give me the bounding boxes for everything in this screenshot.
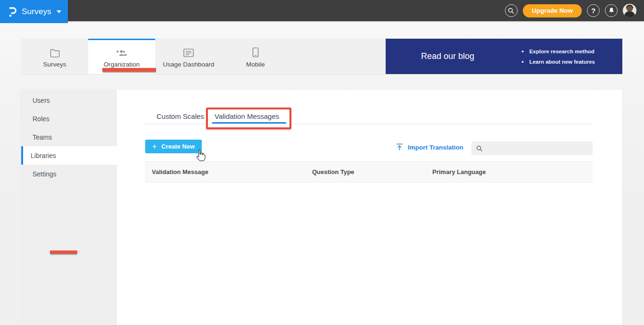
user-avatar[interactable] [623, 4, 636, 17]
promo-bullet-list: Explore research method Learn about new … [521, 48, 595, 65]
search-icon [476, 145, 483, 152]
plus-icon: + [152, 142, 157, 151]
table-header-row: Validation Message Question Type Primary… [145, 161, 593, 183]
folder-icon [50, 46, 60, 58]
annotation-underline-organization [102, 68, 156, 72]
search-icon[interactable] [505, 4, 518, 17]
import-upload-icon [396, 143, 403, 151]
product-switcher[interactable]: Surveys [0, 0, 68, 23]
column-validation-message: Validation Message [152, 168, 312, 175]
sidebar-item-users[interactable]: Users [21, 91, 117, 109]
nav-tab-usage-dashboard[interactable]: Usage Dashboard [155, 39, 222, 74]
sidebar-item-roles[interactable]: Roles [21, 109, 117, 128]
promo-bullet: Learn about new features [521, 58, 595, 65]
organization-panel: Users Roles Teams Libraries Settings Cus… [21, 90, 622, 325]
help-icon[interactable]: ? [587, 4, 600, 17]
search-input[interactable] [487, 145, 586, 152]
dashboard-icon [183, 46, 194, 58]
mobile-icon [252, 46, 259, 58]
sidebar-item-settings[interactable]: Settings [21, 165, 117, 183]
top-bar: Upgrade Now ? [0, 0, 644, 21]
sidebar-item-libraries[interactable]: Libraries [21, 146, 117, 165]
blog-promo-banner[interactable]: Read our blog Explore research method Le… [386, 39, 622, 74]
mouse-cursor-pointer [195, 149, 206, 162]
upgrade-now-button[interactable]: Upgrade Now [523, 4, 582, 17]
create-new-button[interactable]: + Create New [145, 140, 202, 153]
table-search-box[interactable] [471, 142, 593, 155]
promo-bullet: Explore research method [521, 48, 595, 55]
sidebar-item-teams[interactable]: Teams [21, 128, 117, 146]
column-question-type: Question Type [312, 168, 432, 175]
annotation-underline-libraries [50, 250, 77, 254]
magnifier-glyph [508, 8, 514, 14]
avatar-shoulders [624, 11, 635, 17]
brand-label: Surveys [22, 7, 51, 17]
add-people-icon [116, 46, 128, 58]
import-translation-label: Import Translation [408, 144, 463, 151]
column-primary-language: Primary Language [432, 168, 593, 175]
nav-tab-surveys[interactable]: Surveys [21, 39, 88, 74]
settings-sidebar: Users Roles Teams Libraries Settings [21, 90, 117, 325]
tab-custom-scales[interactable]: Custom Scales [157, 112, 204, 120]
create-new-label: Create New [161, 143, 195, 150]
annotation-box-validation-messages [206, 108, 291, 129]
questionpro-logo [8, 5, 17, 18]
promo-title: Read our blog [421, 51, 474, 61]
notifications-bell-icon[interactable] [605, 4, 618, 17]
chevron-down-icon [57, 10, 61, 13]
nav-tab-mobile[interactable]: Mobile [222, 39, 289, 74]
import-translation-link[interactable]: Import Translation [396, 143, 463, 151]
